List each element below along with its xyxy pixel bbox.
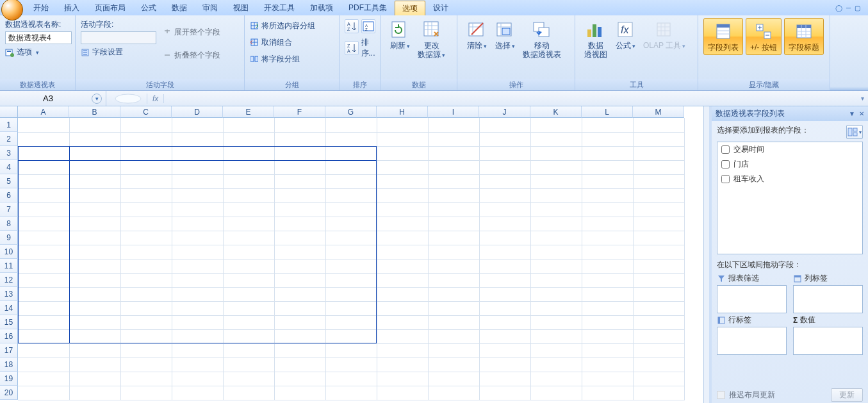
cell[interactable] [377, 343, 428, 358]
row-header[interactable]: 8 [0, 217, 18, 231]
row-header[interactable]: 1 [0, 118, 18, 132]
cell[interactable] [120, 372, 172, 386]
tab-data[interactable]: 数据 [164, 0, 195, 15]
cell[interactable] [172, 132, 223, 146]
cell[interactable] [69, 358, 120, 372]
cell[interactable] [377, 217, 428, 231]
cell[interactable] [428, 132, 479, 146]
cell[interactable] [633, 386, 684, 400]
cell[interactable] [377, 315, 428, 329]
row-header[interactable]: 10 [0, 245, 18, 259]
cell[interactable] [582, 188, 633, 202]
cell[interactable] [223, 118, 274, 132]
cell[interactable] [325, 118, 377, 132]
cell[interactable] [530, 188, 582, 202]
cell[interactable] [377, 118, 428, 132]
column-headers[interactable]: ABCDEFGHIJKLM [18, 106, 703, 118]
row-header[interactable]: 6 [0, 188, 18, 202]
cell[interactable] [479, 174, 530, 188]
pm-buttons-toggle[interactable]: +/- 按钮 [746, 18, 782, 55]
cell[interactable] [69, 343, 120, 358]
row-header[interactable]: 16 [0, 329, 18, 343]
cell[interactable] [428, 315, 479, 329]
cell[interactable] [530, 358, 582, 372]
row-header[interactable]: 19 [0, 372, 18, 386]
sort-label[interactable]: 排序... [361, 37, 375, 59]
cell[interactable] [582, 386, 633, 400]
cell[interactable] [633, 315, 684, 329]
cell[interactable] [479, 118, 530, 132]
cell[interactable] [582, 273, 633, 287]
row-header[interactable]: 15 [0, 315, 18, 329]
cell[interactable] [172, 358, 223, 372]
cell[interactable] [633, 245, 684, 259]
cell[interactable] [479, 329, 530, 343]
tab-review[interactable]: 审阅 [195, 0, 225, 15]
fieldlist-toggle[interactable]: 字段列表 [703, 18, 743, 55]
tab-pdftools[interactable]: PDF工具集 [341, 0, 395, 15]
cell[interactable] [530, 301, 582, 315]
formula-bar-expand-icon[interactable]: ▾ [856, 95, 868, 102]
cell[interactable] [582, 146, 633, 160]
cell[interactable] [428, 329, 479, 343]
cell[interactable] [377, 231, 428, 245]
tab-pagelayout[interactable]: 页面布局 [87, 0, 133, 15]
cell[interactable] [69, 372, 120, 386]
column-header[interactable]: A [18, 106, 69, 118]
cell[interactable] [479, 188, 530, 202]
cell[interactable] [582, 329, 633, 343]
cell[interactable] [530, 372, 582, 386]
pivotchart-button[interactable]: 数据 透视图 [580, 19, 611, 59]
cell[interactable] [18, 132, 69, 146]
cell[interactable] [479, 343, 530, 358]
cell[interactable] [633, 287, 684, 301]
cell[interactable] [582, 245, 633, 259]
cell[interactable] [530, 146, 582, 160]
tab-devtools[interactable]: 开发工具 [256, 0, 302, 15]
cell[interactable] [428, 160, 479, 174]
cell[interactable] [428, 174, 479, 188]
cell[interactable] [428, 273, 479, 287]
column-header[interactable]: L [582, 106, 633, 118]
area-rows-dropzone[interactable] [717, 327, 787, 355]
cell[interactable] [530, 315, 582, 329]
cell[interactable] [428, 301, 479, 315]
cell[interactable] [582, 118, 633, 132]
cell[interactable] [479, 301, 530, 315]
cell[interactable] [223, 372, 274, 386]
cell[interactable] [325, 372, 377, 386]
cell[interactable] [223, 386, 274, 400]
cell[interactable] [18, 358, 69, 372]
name-box[interactable]: ▾ [0, 91, 106, 106]
field-item[interactable]: 交易时间 [717, 142, 862, 157]
cell[interactable] [120, 132, 172, 146]
field-item[interactable]: 租车收入 [717, 172, 862, 186]
cell[interactable] [479, 217, 530, 231]
cell[interactable] [274, 118, 325, 132]
pane-close-icon[interactable]: ✕ [859, 110, 864, 117]
cell[interactable] [633, 231, 684, 245]
clear-button[interactable]: 清除 [463, 19, 491, 51]
cell[interactable] [530, 132, 582, 146]
sort-desc-button[interactable]: ZA [345, 41, 359, 55]
column-header[interactable]: C [120, 106, 172, 118]
cell[interactable] [377, 188, 428, 202]
cell[interactable] [428, 245, 479, 259]
cell[interactable] [530, 329, 582, 343]
change-datasource-button[interactable]: 更改 数据源 [414, 19, 449, 60]
formula-input[interactable] [168, 92, 856, 105]
cell[interactable] [633, 146, 684, 160]
cell[interactable] [479, 358, 530, 372]
cell[interactable] [274, 132, 325, 146]
cell[interactable] [377, 287, 428, 301]
cell[interactable] [530, 287, 582, 301]
pane-resizer[interactable] [709, 106, 712, 403]
cell[interactable] [582, 160, 633, 174]
cell[interactable] [633, 273, 684, 287]
active-field-input[interactable] [81, 31, 156, 44]
row-header[interactable]: 7 [0, 202, 18, 217]
cell[interactable] [479, 372, 530, 386]
cell[interactable] [172, 372, 223, 386]
cell[interactable] [530, 160, 582, 174]
update-button[interactable]: 更新 [831, 388, 863, 402]
